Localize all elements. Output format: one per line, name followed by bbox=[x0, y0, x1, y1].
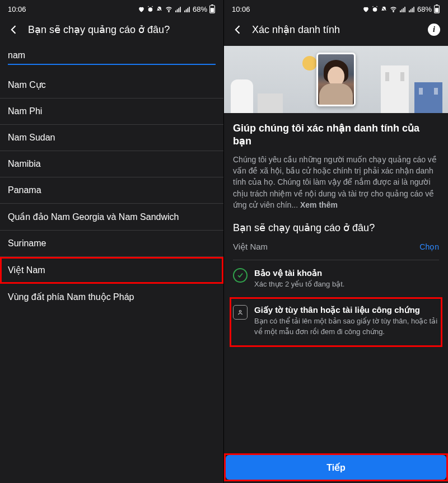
svg-rect-23 bbox=[412, 8, 413, 12]
svg-point-0 bbox=[148, 7, 153, 12]
country-question: Bạn sẽ chạy quảng cáo ở đâu? bbox=[233, 222, 439, 234]
svg-point-16 bbox=[393, 11, 394, 12]
list-item[interactable]: Quần đảo Nam Georgia và Nam Sandwich bbox=[0, 204, 223, 231]
status-bar: 10:06 68% bbox=[0, 0, 223, 18]
page-title: Xác nhận danh tính bbox=[252, 24, 420, 36]
signal-icon bbox=[175, 6, 182, 13]
signal-icon-2 bbox=[184, 6, 191, 13]
svg-point-2 bbox=[169, 11, 169, 12]
svg-rect-13 bbox=[211, 4, 213, 6]
info-button[interactable]: i bbox=[428, 24, 440, 36]
list-item[interactable]: Vùng đất phía Nam thuộc Pháp bbox=[0, 284, 223, 310]
country-search-screen: 10:06 68% Bạn sẽ chạy quảng cáo ở đâu? N… bbox=[0, 0, 224, 483]
footer: Tiếp bbox=[224, 448, 448, 483]
status-time: 10:06 bbox=[232, 5, 250, 13]
country-row: Việt Nam Chọn bbox=[233, 238, 439, 260]
country-search-input[interactable] bbox=[8, 46, 216, 65]
content: Giúp chúng tôi xác nhận danh tính của bạ… bbox=[224, 113, 448, 347]
svg-rect-22 bbox=[410, 9, 412, 12]
checkmark-icon bbox=[233, 268, 248, 283]
svg-rect-21 bbox=[409, 10, 410, 12]
heart-icon bbox=[138, 6, 145, 13]
svg-rect-17 bbox=[400, 10, 401, 12]
alarm-icon bbox=[371, 6, 379, 13]
header: Xác nhận danh tính i bbox=[224, 18, 448, 46]
mute-icon bbox=[156, 6, 163, 13]
svg-rect-5 bbox=[178, 8, 179, 12]
mute-icon bbox=[380, 6, 388, 13]
status-bar: 10:06 68% bbox=[224, 0, 448, 18]
svg-rect-24 bbox=[413, 7, 414, 12]
svg-point-14 bbox=[373, 7, 377, 12]
svg-rect-26 bbox=[435, 8, 438, 12]
battery-text: 68% bbox=[193, 5, 207, 13]
step-title: Giấy tờ tùy thân hoặc tài liệu công chứn… bbox=[254, 305, 439, 315]
back-button[interactable] bbox=[8, 24, 20, 36]
heart-icon bbox=[362, 6, 370, 13]
list-item[interactable]: Suriname bbox=[0, 231, 223, 257]
back-button[interactable] bbox=[232, 24, 244, 36]
status-icons: 68% bbox=[362, 4, 440, 13]
signal-icon-2 bbox=[408, 6, 416, 13]
page-title: Bạn sẽ chạy quảng cáo ở đâu? bbox=[28, 24, 216, 36]
signal-icon bbox=[399, 6, 407, 13]
svg-rect-8 bbox=[186, 9, 187, 12]
svg-rect-20 bbox=[404, 7, 405, 12]
step-id-documents[interactable]: Giấy tờ tùy thân hoặc tài liệu công chứn… bbox=[230, 297, 442, 346]
svg-rect-27 bbox=[436, 4, 438, 6]
svg-rect-19 bbox=[403, 8, 404, 12]
battery-icon bbox=[209, 4, 216, 13]
list-item[interactable]: Nam Cực bbox=[0, 72, 223, 99]
status-time: 10:06 bbox=[8, 5, 26, 13]
header: Bạn sẽ chạy quảng cáo ở đâu? bbox=[0, 18, 223, 46]
country-list: Nam CựcNam PhiNam SudanNamibiaPanamaQuần… bbox=[0, 69, 223, 312]
list-item[interactable]: Nam Sudan bbox=[0, 125, 223, 151]
svg-point-28 bbox=[239, 311, 241, 313]
status-icons: 68% bbox=[138, 4, 216, 13]
svg-rect-6 bbox=[180, 7, 181, 12]
hero-illustration bbox=[224, 46, 448, 113]
identity-confirmation-screen: 10:06 68% Xác nhận danh tính i bbox=[224, 0, 448, 483]
step-subtitle: Xác thực 2 yếu tố đang bật. bbox=[254, 279, 344, 289]
wifi-icon bbox=[165, 6, 173, 13]
description: Chúng tôi yêu cầu những người muốn chạy … bbox=[233, 154, 439, 210]
search-wrap bbox=[0, 46, 223, 69]
selected-country: Việt Nam bbox=[233, 242, 268, 252]
headline: Giúp chúng tôi xác nhận danh tính của bạ… bbox=[233, 122, 439, 148]
svg-rect-7 bbox=[184, 10, 185, 12]
svg-rect-18 bbox=[402, 9, 403, 12]
see-more-link[interactable]: Xem thêm bbox=[300, 200, 338, 209]
list-item[interactable]: Namibia bbox=[0, 151, 223, 177]
id-photo-illustration bbox=[316, 53, 356, 106]
svg-rect-3 bbox=[175, 10, 176, 12]
svg-rect-10 bbox=[189, 7, 190, 12]
step-account-protection: Bảo vệ tài khoản Xác thực 2 yếu tố đang … bbox=[233, 260, 439, 297]
step-title: Bảo vệ tài khoản bbox=[254, 268, 344, 278]
list-item[interactable]: Panama bbox=[0, 177, 223, 204]
svg-rect-4 bbox=[177, 9, 178, 12]
choose-country-link[interactable]: Chọn bbox=[419, 242, 439, 251]
id-document-icon bbox=[233, 305, 248, 320]
battery-icon bbox=[433, 4, 440, 13]
wifi-icon bbox=[389, 6, 398, 13]
battery-text: 68% bbox=[417, 5, 432, 13]
next-button[interactable]: Tiếp bbox=[226, 455, 446, 480]
list-item[interactable]: Việt Nam bbox=[0, 257, 223, 284]
list-item[interactable]: Nam Phi bbox=[0, 99, 223, 125]
svg-rect-9 bbox=[187, 8, 188, 12]
alarm-icon bbox=[147, 6, 154, 13]
svg-rect-12 bbox=[211, 8, 214, 12]
step-subtitle: Bạn có thể tải lên một bản sao giấy tờ t… bbox=[254, 316, 439, 336]
